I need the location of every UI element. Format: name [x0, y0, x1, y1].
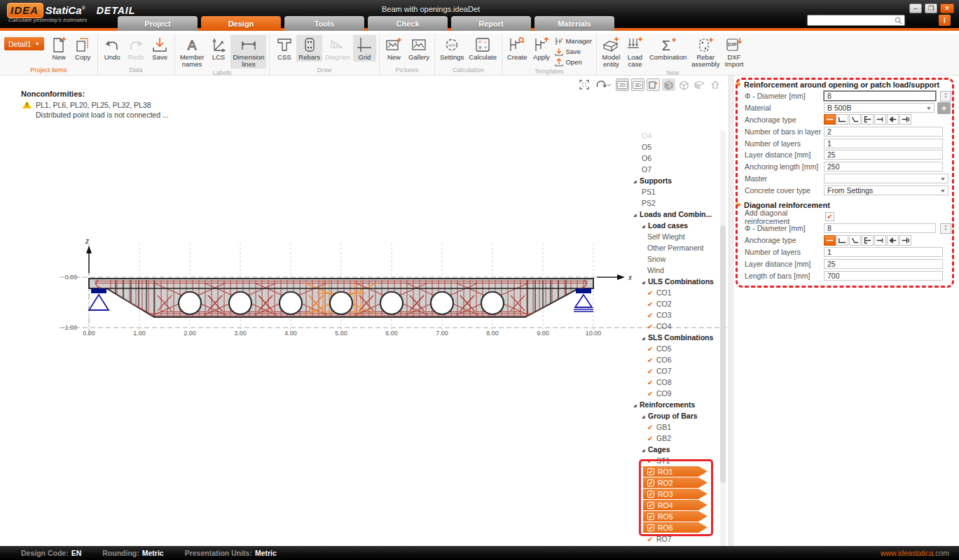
value-input[interactable]: 25	[824, 259, 943, 269]
checkbox-checked[interactable]: ✔	[647, 479, 654, 486]
opening-circle[interactable]	[380, 292, 403, 314]
anchorage-type-1-button[interactable]	[824, 235, 836, 246]
checkbox-checked[interactable]: ✔	[647, 491, 654, 498]
tree-item-ro7[interactable]: ✔RO7	[630, 533, 719, 545]
undo-button[interactable]: Undo	[101, 35, 124, 62]
fit-view-button[interactable]	[577, 78, 591, 91]
grid-button[interactable]: Grid	[353, 35, 376, 62]
settings-button[interactable]: </> Settings	[438, 35, 466, 62]
tree-group-sls-combinations[interactable]: ◢SLS Combinations	[630, 332, 719, 343]
tree-group-uls-combinations[interactable]: ◢ULS Combinations	[630, 276, 719, 287]
checkbox-checked[interactable]: ✔	[647, 300, 656, 308]
detail1-dropdown[interactable]: Detail1▼	[4, 37, 44, 50]
anchorage-type-2-button[interactable]	[836, 114, 848, 125]
value-input[interactable]: 8	[824, 223, 936, 233]
tree-expander-icon[interactable]: ◢	[642, 447, 648, 452]
tab-materials[interactable]: Materials	[534, 16, 614, 31]
checkbox-checked[interactable]: ✔	[647, 390, 656, 398]
opening-circle[interactable]	[431, 292, 453, 314]
anchorage-type-2-button[interactable]	[836, 235, 848, 246]
anchorage-type-3-button[interactable]	[849, 114, 861, 125]
spinner-control[interactable]: ▲▼	[940, 91, 951, 102]
view-3d-button[interactable]: 3D	[631, 78, 644, 91]
tab-project[interactable]: Project	[118, 16, 198, 31]
tree-item-ro6[interactable]: ✔RO6	[630, 522, 719, 533]
checkbox-checked[interactable]: ✔	[647, 312, 656, 319]
tree-item-co1[interactable]: ✔CO1	[630, 287, 719, 298]
value-input[interactable]: 1	[824, 247, 943, 257]
tree-group-reinforcements[interactable]: ◢Reinforcements	[630, 399, 719, 410]
selected-cage-banner[interactable]: ✔RO2	[643, 477, 708, 488]
tree-item-co9[interactable]: ✔CO9	[630, 388, 719, 399]
anchorage-type-7-button[interactable]	[899, 235, 911, 246]
dropdown-select[interactable]	[824, 174, 948, 183]
selected-cage-banner[interactable]: ✔RO4	[643, 500, 708, 510]
website-link[interactable]: www.ideastatica.com	[881, 549, 949, 557]
checkbox-checked[interactable]: ✔	[647, 323, 656, 330]
gallery-button[interactable]: Gallery	[406, 35, 432, 62]
anchorage-type-6-button[interactable]	[887, 114, 899, 125]
tree-scrollbar-thumb[interactable]	[720, 225, 726, 483]
rotate-view-button[interactable]	[593, 78, 614, 91]
anchorage-type-6-button[interactable]	[887, 235, 899, 246]
wireframe-view-button[interactable]	[677, 78, 691, 91]
tree-item-wind[interactable]: Wind	[630, 265, 719, 276]
tree-item-ro3[interactable]: ✔RO3	[630, 489, 719, 500]
new-detail-button[interactable]: New	[48, 35, 71, 62]
close-button[interactable]: ✕	[940, 4, 954, 13]
checkbox-checked[interactable]: ✔	[647, 379, 656, 386]
tree-item-ro5[interactable]: ✔RO5	[630, 511, 719, 522]
lcs-button[interactable]: LCS	[207, 35, 230, 62]
checkbox-checked[interactable]: ✔	[647, 524, 654, 531]
copy-detail-button[interactable]: Copy	[71, 35, 95, 62]
view-2d-button[interactable]: 2D	[616, 78, 629, 91]
tree-group-cages[interactable]: ◢Cages	[630, 444, 719, 455]
selected-cage-banner[interactable]: ✔RO6	[643, 522, 708, 533]
tree-item-co5[interactable]: ✔CO5	[630, 343, 719, 354]
maximize-button[interactable]: ❒	[925, 4, 937, 13]
anchorage-type-4-button[interactable]	[862, 114, 874, 125]
value-input[interactable]: 8	[824, 91, 936, 101]
checkbox-checked[interactable]: ✔	[647, 289, 656, 297]
rebars-button[interactable]: Rebars	[296, 35, 322, 62]
home-view-button[interactable]	[708, 78, 722, 91]
add-diagonal-checkbox[interactable]: ✔	[825, 212, 834, 221]
load-case-button[interactable]: Load case	[623, 35, 647, 69]
add-material-button[interactable]: +	[937, 102, 951, 114]
panel-splitter[interactable]	[729, 76, 734, 546]
section-collapse-icon[interactable]: ▼	[734, 202, 744, 209]
info-button[interactable]: i	[939, 15, 951, 26]
checkbox-checked[interactable]: ✔	[647, 368, 656, 375]
opening-circle[interactable]	[481, 292, 504, 314]
css-button[interactable]: CSS	[272, 35, 296, 62]
tree-expander-icon[interactable]: ◢	[633, 212, 640, 217]
opening-circle[interactable]	[330, 292, 352, 314]
tree-expander-icon[interactable]: ◢	[633, 178, 640, 183]
selected-cage-banner[interactable]: ✔RO3	[643, 489, 708, 499]
rebar-assembly-button[interactable]: Rebar assembly	[689, 35, 722, 69]
multi-view-button[interactable]	[647, 78, 660, 91]
member-names-button[interactable]: A Member names	[178, 35, 207, 69]
anchorage-type-5-button[interactable]	[874, 114, 886, 125]
minimize-button[interactable]: –	[909, 4, 922, 13]
tree-item-ro1[interactable]: ✔RO1	[630, 466, 719, 477]
tree-expander-icon[interactable]: ◢	[642, 335, 648, 340]
combination-button[interactable]: Σ Combination	[647, 35, 689, 62]
tree-expander-icon[interactable]: ◢	[642, 223, 648, 228]
tree-item-o6[interactable]: O6	[630, 153, 719, 164]
tree-item-o5[interactable]: O5	[630, 141, 719, 153]
tree-item-ps2[interactable]: PS2	[630, 197, 719, 209]
tree-item-self-wieght[interactable]: Self Wieght	[630, 231, 719, 242]
dropdown-select[interactable]: B 500B	[824, 103, 934, 113]
diagram-button[interactable]: Diagram	[323, 35, 352, 62]
tree-item-co3[interactable]: ✔CO3	[630, 309, 719, 321]
tree-expander-icon[interactable]: ◢	[642, 279, 648, 284]
section-collapse-icon[interactable]: ▼	[734, 81, 744, 88]
tree-item-o7[interactable]: O7	[630, 164, 719, 175]
tab-check[interactable]: Check	[368, 16, 448, 31]
tree-item-ps1[interactable]: PS1	[630, 186, 719, 197]
tab-design[interactable]: Design	[201, 16, 281, 31]
selected-cage-banner[interactable]: ✔RO1	[643, 466, 708, 477]
tree-scrollbar[interactable]	[720, 130, 726, 546]
tree-item-ro4[interactable]: ✔RO4	[630, 500, 719, 511]
